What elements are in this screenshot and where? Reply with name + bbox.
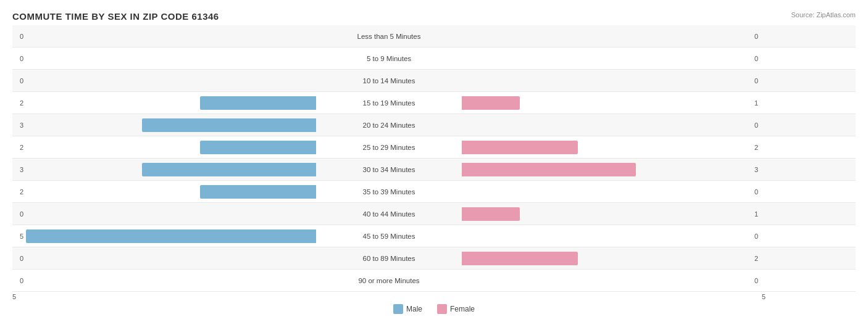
female-value: 2	[754, 144, 766, 151]
axis-row: 5 5	[12, 293, 856, 300]
male-bar-wrap	[26, 207, 316, 221]
male-label: Male	[406, 305, 422, 313]
axis-right-val: 5	[762, 293, 766, 300]
female-bar-wrap	[462, 74, 752, 88]
male-bar	[26, 229, 316, 243]
female-value: 0	[754, 188, 766, 196]
bar-row: 040 to 44 Minutes1	[12, 203, 856, 225]
left-section: 2	[12, 96, 321, 110]
male-bar	[142, 118, 316, 132]
male-bar-wrap	[26, 163, 316, 176]
female-swatch	[437, 304, 447, 314]
female-value: 0	[754, 277, 766, 284]
time-range-label: 30 to 34 Minutes	[321, 166, 457, 173]
bar-row: 05 to 9 Minutes0	[12, 47, 856, 70]
female-value: 0	[754, 122, 766, 129]
male-bar	[200, 96, 316, 110]
right-section: 3	[457, 163, 766, 176]
time-range-label: 35 to 39 Minutes	[321, 188, 457, 196]
bar-row: 090 or more Minutes0	[12, 270, 856, 292]
female-bar-wrap	[462, 185, 752, 199]
female-value: 2	[754, 255, 766, 262]
female-value: 1	[754, 99, 766, 107]
male-bar-wrap	[26, 96, 316, 110]
time-range-label: Less than 5 Minutes	[321, 33, 457, 40]
left-section: 3	[12, 163, 321, 176]
male-bar-wrap	[26, 74, 316, 88]
left-section: 0	[12, 74, 321, 88]
female-bar-wrap	[462, 229, 752, 243]
time-range-label: 25 to 29 Minutes	[321, 144, 457, 151]
female-bar-wrap	[462, 207, 752, 221]
left-section: 0	[12, 30, 321, 43]
right-section: 0	[457, 52, 766, 65]
female-bar-wrap	[462, 274, 752, 287]
right-section: 1	[457, 207, 766, 221]
left-section: 2	[12, 185, 321, 199]
male-bar-wrap	[26, 185, 316, 199]
left-section: 0	[12, 52, 321, 65]
bar-row: 330 to 34 Minutes3	[12, 159, 856, 181]
female-bar-wrap	[462, 141, 752, 154]
female-value: 0	[754, 33, 766, 40]
male-value: 3	[12, 122, 23, 129]
axis-left-val: 5	[12, 293, 16, 300]
source-label: Source: ZipAtlas.com	[791, 11, 856, 19]
time-range-label: 90 or more Minutes	[321, 277, 457, 284]
female-value: 0	[754, 55, 766, 62]
left-section: 2	[12, 141, 321, 154]
male-bar	[200, 141, 316, 154]
axis-left: 5	[12, 293, 321, 300]
female-bar-wrap	[462, 252, 752, 265]
male-bar-wrap	[26, 118, 316, 132]
female-value: 3	[754, 166, 766, 173]
right-section: 0	[457, 185, 766, 199]
chart-title: COMMUTE TIME BY SEX IN ZIP CODE 61346	[12, 11, 856, 22]
bar-row: 320 to 24 Minutes0	[12, 114, 856, 136]
male-swatch	[393, 304, 403, 314]
left-section: 0	[12, 274, 321, 287]
time-range-label: 40 to 44 Minutes	[321, 210, 457, 218]
axis-right: 5	[457, 293, 766, 300]
female-bar-wrap	[462, 118, 752, 132]
right-section: 0	[457, 229, 766, 243]
bar-row: 060 to 89 Minutes2	[12, 247, 856, 270]
bar-row: 545 to 59 Minutes0	[12, 225, 856, 247]
time-range-label: 10 to 14 Minutes	[321, 77, 457, 85]
female-bar	[462, 252, 578, 265]
legend-female: Female	[437, 304, 475, 314]
male-value: 0	[12, 55, 23, 62]
male-bar-wrap	[26, 229, 316, 243]
male-bar	[142, 163, 316, 176]
legend-male: Male	[393, 304, 422, 314]
male-value: 0	[12, 210, 23, 218]
female-bar-wrap	[462, 163, 752, 176]
bars-area: 0Less than 5 Minutes005 to 9 Minutes0010…	[12, 25, 856, 292]
time-range-label: 45 to 59 Minutes	[321, 233, 457, 240]
female-value: 1	[754, 210, 766, 218]
male-bar-wrap	[26, 252, 316, 265]
female-bar-wrap	[462, 30, 752, 43]
right-section: 2	[457, 141, 766, 154]
female-bar-wrap	[462, 96, 752, 110]
chart-container: COMMUTE TIME BY SEX IN ZIP CODE 61346 So…	[0, 0, 868, 322]
male-value: 0	[12, 77, 23, 85]
left-section: 0	[12, 252, 321, 265]
female-value: 0	[754, 77, 766, 85]
male-bar-wrap	[26, 52, 316, 65]
male-value: 0	[12, 33, 23, 40]
left-section: 3	[12, 118, 321, 132]
right-section: 0	[457, 118, 766, 132]
time-range-label: 60 to 89 Minutes	[321, 255, 457, 262]
time-range-label: 20 to 24 Minutes	[321, 122, 457, 129]
female-label: Female	[450, 305, 475, 313]
male-value: 0	[12, 255, 23, 262]
female-bar	[462, 141, 578, 154]
female-bar	[462, 207, 520, 221]
legend-area: Male Female	[12, 304, 856, 314]
bar-row: 225 to 29 Minutes2	[12, 136, 856, 159]
male-bar-wrap	[26, 141, 316, 154]
time-range-label: 15 to 19 Minutes	[321, 99, 457, 107]
male-value: 2	[12, 188, 23, 196]
left-section: 0	[12, 207, 321, 221]
